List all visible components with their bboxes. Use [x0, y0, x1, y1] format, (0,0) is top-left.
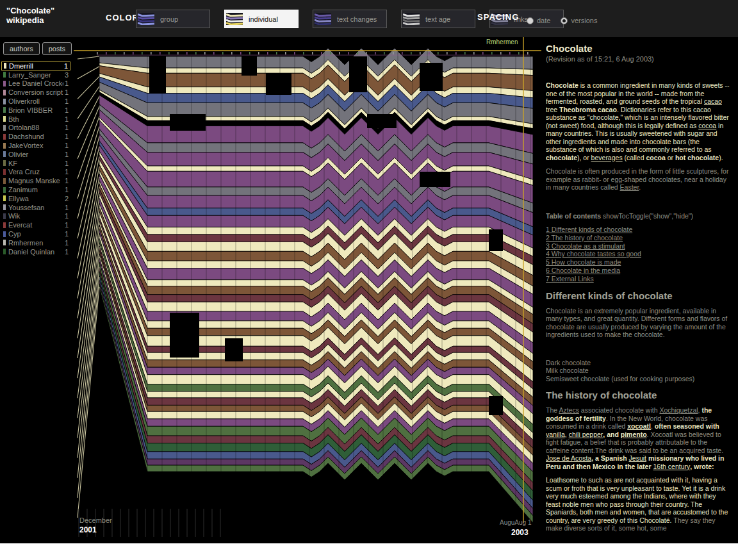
- authors-button[interactable]: authors: [3, 42, 40, 55]
- ruler-tick: [312, 52, 313, 54]
- ruler-tick: [240, 52, 242, 54]
- ruler-tick: [384, 52, 385, 54]
- author-row[interactable]: Cyp1: [1, 229, 70, 238]
- author-color-chip: [3, 160, 6, 166]
- author-row[interactable]: Rmhermen1: [1, 238, 70, 247]
- text-age-flow-icon: [403, 13, 420, 25]
- author-post-count: 1: [63, 151, 69, 158]
- article-link[interactable]: Easter: [620, 183, 639, 191]
- author-row[interactable]: Zanimum1: [1, 185, 70, 194]
- color-button-label: group: [154, 15, 178, 23]
- author-row[interactable]: Wik1: [1, 212, 70, 221]
- article-link[interactable]: xocoatl: [627, 422, 651, 430]
- author-color-chip: [3, 143, 6, 149]
- author-row[interactable]: Olivier1: [1, 150, 70, 159]
- ruler-tick: [124, 52, 125, 54]
- author-post-count: 1: [63, 142, 69, 149]
- author-post-count: 2: [63, 195, 69, 202]
- main-area: authors posts Dmerrill1Larry_Sanger3Lee …: [0, 37, 738, 543]
- author-row[interactable]: Vera Cruz1: [1, 168, 70, 177]
- author-name: Brion VIBBER: [8, 106, 63, 114]
- article-link[interactable]: pimento: [621, 431, 647, 438]
- ruler-tick: [348, 52, 349, 54]
- early-version-line: [78, 247, 99, 438]
- author-row[interactable]: Ellywa2: [1, 194, 70, 203]
- color-button-text-age[interactable]: text age: [401, 10, 475, 28]
- radio-icon[interactable]: [561, 17, 568, 24]
- toc-link[interactable]: 7 External Links: [546, 275, 732, 283]
- author-row[interactable]: JakeVortex1: [1, 141, 70, 150]
- toc-link[interactable]: 3 Chocolate as a stimulant: [546, 242, 732, 251]
- ruler-tick: [438, 52, 439, 54]
- ruler-tick: [258, 52, 259, 54]
- spacing-option-date[interactable]: date: [527, 17, 550, 24]
- toc-link[interactable]: 1 Different kinds of chocolate: [546, 226, 732, 234]
- article-link[interactable]: Xochiquetzal: [659, 406, 698, 414]
- article-link[interactable]: Aztecs: [559, 406, 579, 414]
- early-version-line: [78, 257, 99, 458]
- article-list-line: Dark chocolate: [546, 359, 732, 367]
- ruler-tick: [321, 52, 322, 54]
- author-row[interactable]: Dmerrill1: [1, 62, 70, 70]
- flow-gap: [367, 114, 397, 128]
- author-color-chip: [3, 249, 6, 254]
- author-row[interactable]: Evercat1: [1, 220, 70, 229]
- author-row[interactable]: Lee Daniel Crocker1: [1, 79, 70, 88]
- article-text: tree: [546, 106, 559, 113]
- posts-button[interactable]: posts: [42, 42, 72, 55]
- history-flow-canvas[interactable]: [74, 37, 541, 541]
- article-link[interactable]: Jesuit: [629, 454, 646, 462]
- ruler-tick: [509, 52, 511, 54]
- author-row[interactable]: Daniel Quinlan1: [1, 247, 70, 256]
- ruler-tick: [366, 52, 367, 54]
- article-paragraph: The Aztecs associated chocolate with Xoc…: [546, 406, 732, 470]
- toc-link[interactable]: 6 Chocolate in the media: [546, 267, 732, 275]
- article-link[interactable]: 16th century: [653, 463, 690, 470]
- author-name: Youssefsan: [8, 204, 63, 211]
- article-link[interactable]: Jose de Acosta: [546, 454, 591, 462]
- flow-gap: [170, 114, 206, 131]
- ruler-tick: [231, 52, 233, 54]
- author-row[interactable]: Conversion script1: [1, 88, 70, 97]
- article-link[interactable]: cocoa: [698, 122, 716, 129]
- article-link[interactable]: cacao: [704, 97, 722, 105]
- early-version-line: [78, 207, 99, 358]
- article-link[interactable]: beverages: [591, 154, 623, 161]
- ruler-tick: [267, 52, 268, 54]
- author-row[interactable]: Brion VIBBER1: [1, 106, 70, 115]
- window-title: "Chocolate" wikipedia: [6, 6, 54, 25]
- author-name: Rmhermen: [8, 239, 63, 247]
- page-background-strip: [0, 543, 738, 560]
- article-link[interactable]: chili pepper: [569, 431, 603, 438]
- article-body: Chocolate is a common ingredient in many…: [546, 63, 732, 532]
- author-row[interactable]: Ortolan881: [1, 124, 70, 133]
- radio-icon[interactable]: [527, 17, 534, 24]
- spacing-option-versions[interactable]: versions: [561, 17, 597, 24]
- author-post-count: 1: [63, 212, 69, 220]
- author-row[interactable]: Dachshund1: [1, 132, 70, 141]
- color-button-individual[interactable]: individual: [224, 10, 299, 28]
- toc-link[interactable]: 4 Why chocolate tastes so good: [546, 250, 732, 258]
- article-list-line: Semisweet chocolate (used for cooking pu…: [546, 375, 732, 383]
- author-row[interactable]: Oliverkroll1: [1, 97, 70, 106]
- author-row[interactable]: Youssefsan1: [1, 203, 70, 212]
- toc-link[interactable]: 5 How chocolate is made: [546, 258, 732, 267]
- ruler-tick: [464, 52, 466, 54]
- color-button-text-changes[interactable]: text changes: [313, 10, 387, 28]
- ruler-tick: [375, 52, 376, 54]
- color-button-group[interactable]: group: [136, 10, 210, 28]
- article-text: Chocolate: [546, 81, 578, 89]
- author-color-chip: [3, 231, 6, 237]
- author-row[interactable]: Larry_Sanger3: [1, 70, 70, 79]
- section-heading: Different kinds of chocolate: [546, 291, 732, 301]
- author-row[interactable]: KF1: [1, 159, 70, 168]
- toc-link[interactable]: 2 The history of chocolate: [546, 234, 732, 242]
- article-link[interactable]: vanilla: [546, 431, 565, 438]
- author-post-count: 1: [63, 230, 69, 238]
- author-color-chip: [3, 187, 6, 193]
- author-post-count: 1: [63, 160, 69, 167]
- article-text: The: [546, 406, 559, 414]
- ruler-tick: [160, 52, 161, 54]
- author-row[interactable]: Magnus Manske1: [1, 176, 70, 185]
- author-row[interactable]: Bth1: [1, 115, 70, 124]
